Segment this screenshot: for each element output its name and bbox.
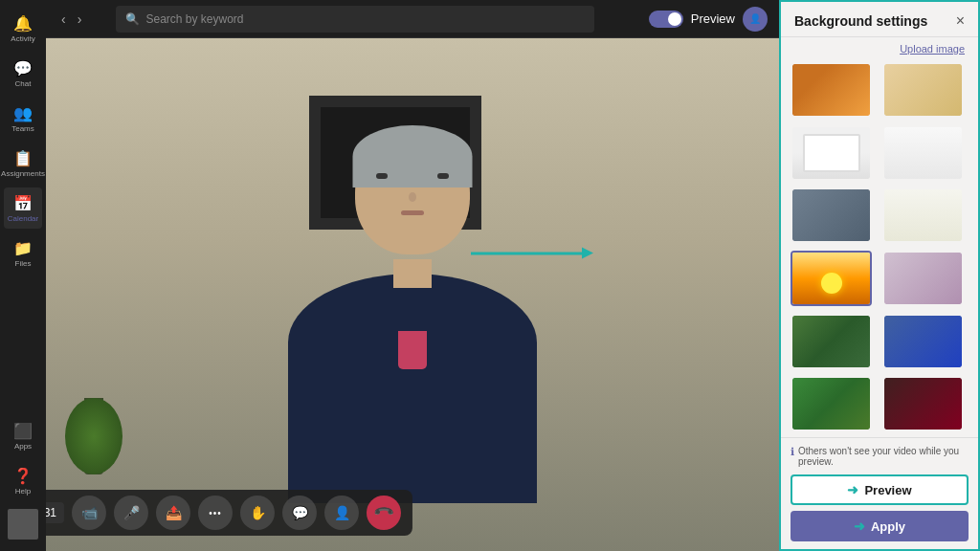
background-thumb-11[interactable] <box>791 376 872 431</box>
preview-label: Preview <box>691 11 735 26</box>
person-left-eye <box>376 173 388 179</box>
participants-button[interactable]: 👤 <box>324 496 359 530</box>
panel-title: Background settings <box>794 13 927 29</box>
person-area <box>46 38 779 551</box>
sidebar-item-teams[interactable]: 👥 Teams <box>4 98 42 139</box>
thumb-inner-10 <box>884 316 962 367</box>
background-thumb-9[interactable] <box>791 314 872 369</box>
arrow-annotation <box>471 253 586 255</box>
background-thumb-4[interactable] <box>882 125 964 181</box>
call-timer: 00:31 <box>46 502 64 523</box>
sidebar-label-assignments: Assignments <box>1 169 45 178</box>
background-thumb-10[interactable] <box>882 314 964 369</box>
info-message: Others won't see your video while you pr… <box>798 446 969 467</box>
person-torso <box>288 274 537 503</box>
person-nose <box>409 192 416 202</box>
nav-arrows: ‹ › <box>57 10 85 29</box>
back-button[interactable]: ‹ <box>57 10 70 29</box>
preview-arrow-icon: ➜ <box>847 482 858 497</box>
sidebar-label-chat: Chat <box>15 79 32 88</box>
captions-icon: 💬 <box>292 505 308 520</box>
background-thumb-5[interactable] <box>791 187 872 243</box>
apply-button[interactable]: ➜ Apply <box>791 511 969 541</box>
sidebar-item-assignments[interactable]: 📋 Assignments <box>4 143 42 184</box>
preview-button[interactable]: ➜ Preview <box>791 474 969 505</box>
video-area: 00:31 📹 🎤 📤 ••• ✋ 💬 👤 📞 <box>46 38 779 551</box>
background-thumb-3[interactable] <box>791 125 872 181</box>
background-thumb-7[interactable] <box>791 251 872 306</box>
person <box>259 121 566 503</box>
raise-hand-button[interactable]: ✋ <box>240 496 275 530</box>
toggle-knob <box>668 12 681 26</box>
apply-button-label: Apply <box>871 519 905 534</box>
chat-icon: 💬 <box>13 58 33 77</box>
search-bar[interactable]: 🔍 Search by keyword <box>116 6 594 33</box>
top-bar: ‹ › 🔍 Search by keyword Preview 👤 <box>46 0 779 38</box>
thumb-inner-7 <box>792 253 870 304</box>
shirt-collar <box>398 331 427 369</box>
panel-footer: ℹ Others won't see your video while you … <box>781 437 978 549</box>
video-button[interactable]: 📹 <box>72 496 106 530</box>
mic-button[interactable]: 🎤 <box>114 496 148 530</box>
info-text: ℹ Others won't see your video while you … <box>791 446 969 467</box>
background-thumb-2[interactable] <box>882 62 964 118</box>
sidebar-label-activity: Activity <box>11 34 34 43</box>
sidebar-label-apps: Apps <box>14 442 32 451</box>
user-avatar[interactable]: 👤 <box>743 7 768 32</box>
thumb-inner-6 <box>884 189 962 241</box>
main-content: ‹ › 🔍 Search by keyword Preview 👤 <box>46 0 779 551</box>
thumb-inner-5 <box>792 189 870 241</box>
files-icon: 📁 <box>13 238 33 257</box>
sidebar-label-files: Files <box>15 259 32 268</box>
sidebar-item-calendar[interactable]: 📅 Calendar <box>4 187 42 229</box>
thumb-inner-3 <box>792 127 870 179</box>
sidebar-item-files[interactable]: 📁 Files <box>4 232 42 274</box>
upload-image-link[interactable]: Upload image <box>781 37 978 58</box>
background-thumb-6[interactable] <box>882 187 964 243</box>
sidebar-label-teams: Teams <box>11 124 34 133</box>
share-button[interactable]: 📤 <box>156 496 190 530</box>
sidebar-item-chat[interactable]: 💬 Chat <box>4 53 42 94</box>
person-hair <box>353 125 473 187</box>
assignments-icon: 📋 <box>13 148 33 167</box>
thumb-inner-9 <box>792 316 870 367</box>
search-placeholder: Search by keyword <box>145 12 243 26</box>
apply-arrow-icon: ➜ <box>854 518 865 534</box>
preview-toggle[interactable] <box>649 11 683 28</box>
thumb-inner-12 <box>884 378 962 430</box>
sidebar-item-help[interactable]: ❓ Help <box>4 460 42 501</box>
close-panel-button[interactable]: × <box>956 13 965 29</box>
call-controls: 00:31 📹 🎤 📤 ••• ✋ 💬 👤 📞 <box>46 490 412 536</box>
thumb-inner-2 <box>884 64 962 116</box>
more-icon: ••• <box>209 508 222 518</box>
info-icon: ℹ <box>791 446 794 458</box>
search-icon: 🔍 <box>125 12 140 26</box>
background-thumb-12[interactable] <box>882 376 964 431</box>
thumb-inner-4 <box>884 127 962 179</box>
end-call-icon: 📞 <box>372 501 394 523</box>
preview-toggle-area: Preview <box>649 11 735 28</box>
hand-icon: ✋ <box>250 505 266 520</box>
mic-icon: 🎤 <box>123 505 140 520</box>
video-icon: 📹 <box>81 505 98 520</box>
background-thumb-1[interactable] <box>791 62 872 118</box>
sidebar-item-apps[interactable]: ⬛ Apps <box>4 415 42 456</box>
sidebar-item-activity[interactable]: 🔔 Activity <box>4 8 42 49</box>
thumb-inner-8 <box>884 253 962 304</box>
more-button[interactable]: ••• <box>198 496 233 530</box>
captions-button[interactable]: 💬 <box>282 496 317 530</box>
background-settings-panel: Background settings × Upload image <box>779 0 980 551</box>
preview-button-label: Preview <box>864 483 911 497</box>
teams-icon: 👥 <box>13 103 33 122</box>
sidebar: 🔔 Activity 💬 Chat 👥 Teams 📋 Assignments … <box>0 0 46 551</box>
thumb-inner-11 <box>792 378 870 430</box>
end-call-button[interactable]: 📞 <box>367 496 401 530</box>
help-icon: ❓ <box>13 466 33 485</box>
panel-header: Background settings × <box>781 2 978 37</box>
activity-icon: 🔔 <box>13 13 33 33</box>
arrow-line <box>471 253 586 255</box>
avatar-initials: 👤 <box>749 13 761 24</box>
forward-button[interactable]: › <box>74 10 86 29</box>
person-head <box>355 130 470 254</box>
background-thumb-8[interactable] <box>882 251 964 306</box>
